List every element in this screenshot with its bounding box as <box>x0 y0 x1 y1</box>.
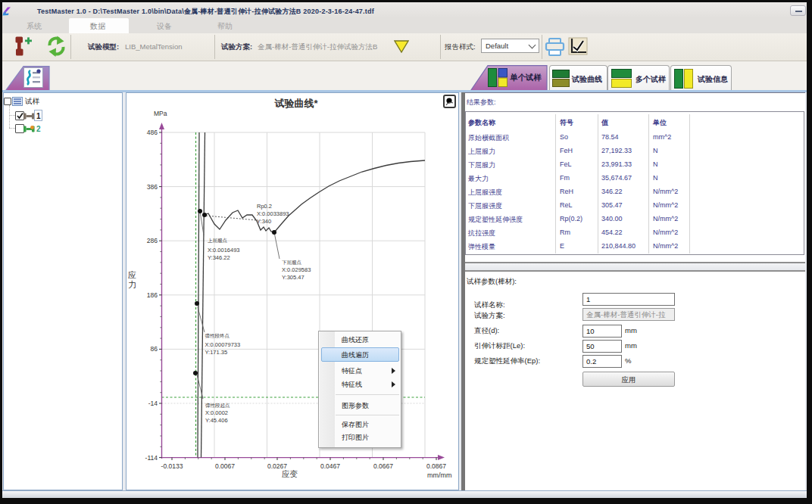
svg-text:386: 386 <box>147 183 158 191</box>
svg-text:X:0.00079733: X:0.00079733 <box>205 341 241 348</box>
svg-text:Y:340: Y:340 <box>257 218 271 225</box>
svg-text:-114: -114 <box>145 454 158 462</box>
svg-text:Y:305.47: Y:305.47 <box>282 274 304 281</box>
svg-text:弹性段起点: 弹性段起点 <box>205 403 230 409</box>
svg-text:Rp0.2: Rp0.2 <box>257 203 272 210</box>
svg-text:0.0867: 0.0867 <box>426 462 446 470</box>
svg-text:上屈服点: 上屈服点 <box>208 238 228 244</box>
svg-text:弹性段终点: 弹性段终点 <box>205 333 230 339</box>
svg-text:0.0067: 0.0067 <box>215 462 235 470</box>
svg-text:186: 186 <box>147 291 158 299</box>
svg-text:0.0667: 0.0667 <box>373 462 393 470</box>
svg-text:Y:171.35: Y:171.35 <box>205 349 228 356</box>
svg-text:X:0.0033893: X:0.0033893 <box>257 210 289 217</box>
svg-text:86: 86 <box>151 345 158 353</box>
svg-text:0.0467: 0.0467 <box>320 462 340 470</box>
svg-text:X:0.0002: X:0.0002 <box>205 409 228 416</box>
svg-text:Y:45.406: Y:45.406 <box>205 417 228 424</box>
svg-text:-0.0133: -0.0133 <box>161 462 183 470</box>
svg-text:MPa: MPa <box>154 110 167 117</box>
svg-text:486: 486 <box>147 129 158 136</box>
svg-text:应变: 应变 <box>282 469 298 478</box>
svg-text:X:0.029583: X:0.029583 <box>282 266 311 273</box>
svg-text:286: 286 <box>147 237 158 244</box>
svg-text:Y:346.22: Y:346.22 <box>208 254 230 261</box>
svg-text:-14: -14 <box>148 400 158 407</box>
svg-text:下屈服点: 下屈服点 <box>282 260 302 266</box>
svg-text:mm/mm: mm/mm <box>427 471 452 479</box>
svg-text:X:0.0016493: X:0.0016493 <box>208 247 240 254</box>
